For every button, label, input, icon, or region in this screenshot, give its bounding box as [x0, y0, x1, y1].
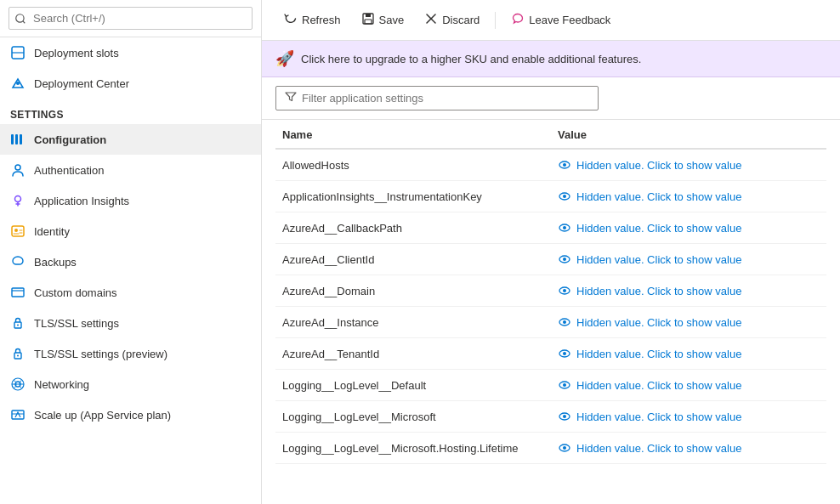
setting-value[interactable]: Hidden value. Click to show value	[551, 307, 826, 338]
sidebar-item-identity[interactable]: Identity	[0, 216, 261, 246]
setting-value[interactable]: Hidden value. Click to show value	[551, 149, 826, 181]
svg-rect-24	[366, 14, 371, 17]
table-row: AzureAd__InstanceHidden value. Click to …	[275, 307, 826, 338]
svg-point-37	[563, 289, 566, 292]
sidebar-item-application-insights[interactable]: Application Insights	[0, 185, 261, 216]
table-row: Logging__LogLevel__Microsoft.Hosting.Lif…	[275, 433, 826, 464]
feedback-icon	[511, 12, 525, 28]
hidden-value-text: Hidden value. Click to show value	[576, 442, 741, 455]
sidebar-item-custom-domains[interactable]: Custom domains	[0, 277, 261, 308]
eye-icon	[558, 158, 571, 172]
sidebar-item-configuration[interactable]: Configuration	[0, 124, 261, 155]
setting-name: Logging__LogLevel__Microsoft	[275, 401, 551, 433]
svg-point-33	[563, 226, 566, 229]
hidden-value-toggle[interactable]: Hidden value. Click to show value	[558, 441, 820, 455]
sidebar-item-networking[interactable]: Networking	[0, 369, 261, 399]
networking-icon	[10, 377, 26, 392]
eye-icon	[558, 252, 571, 266]
setting-value[interactable]: Hidden value. Click to show value	[551, 181, 826, 212]
configuration-icon	[10, 132, 26, 147]
sidebar: Deployment slots Deployment Center Setti…	[0, 0, 262, 504]
sidebar-item-backups[interactable]: Backups	[0, 246, 261, 277]
search-input[interactable]	[9, 7, 253, 30]
feedback-button[interactable]: Leave Feedback	[502, 7, 619, 33]
setting-name: AzureAd__TenantId	[275, 338, 551, 370]
save-label: Save	[379, 14, 405, 26]
upgrade-banner[interactable]: 🚀 Click here to upgrade to a higher SKU …	[262, 41, 840, 77]
hidden-value-toggle[interactable]: Hidden value. Click to show value	[558, 221, 820, 235]
svg-rect-25	[365, 20, 372, 24]
toolbar: Refresh Save Discard Leave Feedback	[262, 0, 840, 41]
setting-value[interactable]: Hidden value. Click to show value	[551, 338, 826, 370]
hidden-value-toggle[interactable]: Hidden value. Click to show value	[558, 284, 820, 297]
svg-point-47	[563, 446, 566, 450]
refresh-button[interactable]: Refresh	[275, 7, 349, 33]
tls-ssl-preview-icon	[10, 346, 26, 361]
sidebar-item-deployment-slots[interactable]: Deployment slots	[0, 37, 261, 68]
rocket-icon: 🚀	[275, 49, 294, 68]
sidebar-item-authentication[interactable]: Authentication	[0, 155, 261, 185]
table-container: Name Value AllowedHostsHidden value. Cli…	[262, 120, 840, 504]
tls-ssl-icon	[10, 315, 26, 331]
sidebar-item-scale-up-label: Scale up (App Service plan)	[34, 409, 171, 422]
hidden-value-toggle[interactable]: Hidden value. Click to show value	[558, 158, 820, 172]
setting-value[interactable]: Hidden value. Click to show value	[551, 433, 826, 464]
hidden-value-text: Hidden value. Click to show value	[576, 253, 741, 266]
hidden-value-toggle[interactable]: Hidden value. Click to show value	[558, 378, 820, 392]
filter-input[interactable]	[302, 92, 589, 105]
save-button[interactable]: Save	[353, 7, 413, 33]
setting-name: Logging__LogLevel__Default	[275, 370, 551, 401]
svg-point-6	[15, 165, 20, 170]
backups-icon	[10, 254, 26, 269]
setting-name: AzureAd__CallbackPath	[275, 212, 551, 244]
eye-icon	[558, 190, 571, 203]
svg-point-43	[563, 383, 566, 387]
sidebar-item-networking-label: Networking	[34, 378, 89, 391]
sidebar-item-scale-up[interactable]: Scale up (App Service plan)	[0, 399, 261, 430]
settings-section-header: Settings	[0, 99, 261, 124]
toolbar-separator	[495, 12, 496, 29]
hidden-value-toggle[interactable]: Hidden value. Click to show value	[558, 315, 820, 329]
svg-point-2	[16, 82, 20, 85]
hidden-value-text: Hidden value. Click to show value	[576, 285, 741, 297]
eye-icon	[558, 347, 571, 360]
hidden-value-toggle[interactable]: Hidden value. Click to show value	[558, 252, 820, 266]
discard-button[interactable]: Discard	[416, 7, 488, 33]
setting-name: Logging__LogLevel__Microsoft.Hosting.Lif…	[275, 433, 551, 464]
table-row: AzureAd__CallbackPathHidden value. Click…	[275, 212, 826, 244]
save-icon	[361, 12, 375, 28]
setting-value[interactable]: Hidden value. Click to show value	[551, 401, 826, 433]
svg-point-39	[563, 320, 566, 324]
table-row: Logging__LogLevel__MicrosoftHidden value…	[275, 401, 826, 433]
search-bar	[0, 0, 261, 37]
sidebar-item-deployment-center[interactable]: Deployment Center	[0, 68, 261, 99]
hidden-value-toggle[interactable]: Hidden value. Click to show value	[558, 410, 820, 423]
setting-name: AzureAd__Domain	[275, 275, 551, 307]
deployment-slots-icon	[10, 45, 26, 60]
sidebar-item-deployment-slots-label: Deployment slots	[34, 47, 119, 59]
sidebar-item-custom-domains-label: Custom domains	[34, 286, 117, 299]
custom-domains-icon	[10, 285, 26, 300]
sidebar-item-tls-ssl[interactable]: TLS/SSL settings	[0, 308, 261, 338]
setting-value[interactable]: Hidden value. Click to show value	[551, 370, 826, 401]
hidden-value-toggle[interactable]: Hidden value. Click to show value	[558, 190, 820, 203]
svg-point-11	[14, 229, 18, 232]
sidebar-item-tls-ssl-preview[interactable]: TLS/SSL settings (preview)	[0, 338, 261, 369]
sidebar-item-tls-ssl-label: TLS/SSL settings	[34, 317, 119, 330]
hidden-value-text: Hidden value. Click to show value	[576, 411, 741, 423]
col-name-header: Name	[275, 120, 551, 149]
setting-value[interactable]: Hidden value. Click to show value	[551, 212, 826, 244]
setting-value[interactable]: Hidden value. Click to show value	[551, 244, 826, 275]
setting-name: ApplicationInsights__InstrumentationKey	[275, 181, 551, 212]
setting-name: AzureAd__Instance	[275, 307, 551, 338]
upgrade-banner-text: Click here to upgrade to a higher SKU an…	[301, 53, 641, 65]
setting-value[interactable]: Hidden value. Click to show value	[551, 275, 826, 307]
refresh-icon	[284, 12, 298, 28]
svg-rect-12	[12, 288, 24, 297]
refresh-label: Refresh	[302, 14, 341, 26]
hidden-value-toggle[interactable]: Hidden value. Click to show value	[558, 347, 820, 360]
svg-point-45	[563, 415, 566, 418]
svg-rect-3	[11, 134, 14, 144]
hidden-value-text: Hidden value. Click to show value	[576, 379, 741, 392]
discard-label: Discard	[442, 14, 480, 26]
